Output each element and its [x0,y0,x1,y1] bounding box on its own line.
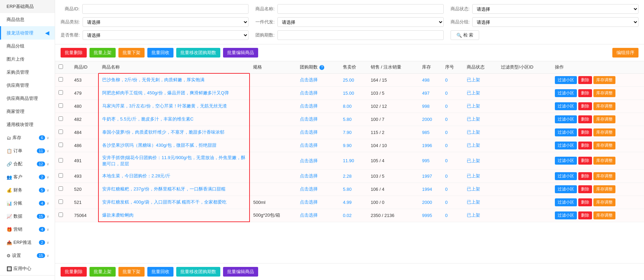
delete-button[interactable]: 删除 [578,89,592,97]
product-name-cell[interactable]: 安井红糖发糕，400g/袋，入口甜而不腻 糯而不干，全家都爱吃 [98,196,250,209]
group-buy-cell[interactable]: 点击选择 [296,183,340,196]
bottom-batch-move-button[interactable]: 批量移改团购期数 [176,267,220,277]
row-checkbox[interactable] [59,129,63,134]
delete-button[interactable]: 删除 [578,142,592,149]
row-checkbox[interactable] [59,77,63,82]
select-all-checkbox[interactable] [59,64,63,69]
batch-edit-button[interactable]: 批量编辑商品 [223,48,258,58]
sale-select[interactable]: 请选择 [83,30,249,40]
inventory-adjust-button[interactable]: 库存调整 [593,115,615,123]
product-name-input[interactable] [277,4,444,14]
sidebar-item-app-center[interactable]: 🔲 应用中心 [0,262,55,275]
product-name-cell[interactable]: 各沙坚果沙琪玛（黑糖味）430g/包，微甜不腻，拒绝甜甜 [98,139,250,152]
delete-button[interactable]: 删除 [578,128,592,136]
sidebar-item-settings[interactable]: ⚙ 设置 15 ∨ [0,249,55,262]
sidebar-item-erp-push[interactable]: 📤 ERP推送 2 ∨ [0,236,55,249]
group-buy-cell[interactable]: 点击选择 [296,169,340,183]
filter-district-button[interactable]: 过滤小区 [555,172,577,180]
sidebar-item-finance[interactable]: 💰 财务 5 ∨ [0,184,55,197]
product-group-select[interactable]: 请选择 [472,17,638,27]
row-checkbox[interactable] [59,173,63,178]
filter-district-button[interactable]: 过滤小区 [555,76,577,84]
sidebar-item-split-account[interactable]: 📊 分账 4 ∨ [0,197,55,210]
group-buy-cell[interactable]: 点击选择 [296,100,340,113]
edit-group-button[interactable]: 编组排序 [612,48,638,58]
inventory-adjust-button[interactable]: 库存调整 [593,142,615,149]
delete-button[interactable]: 删除 [578,76,592,84]
sidebar-item-merchant-mgr[interactable]: 商家管理 [0,105,55,118]
inventory-adjust-button[interactable]: 库存调整 [593,102,615,110]
sidebar-item-jielong[interactable]: 接龙活动管理 ◀ [0,26,55,40]
filter-district-button[interactable]: 过滤小区 [555,102,577,110]
sidebar-item-match[interactable]: 🔗 合配 12 ∨ [0,157,55,170]
filter-district-button[interactable]: 过滤小区 [555,185,577,193]
filter-district-button[interactable]: 过滤小区 [555,157,577,165]
delete-button[interactable]: 删除 [578,157,592,165]
filter-district-button[interactable]: 过滤小区 [555,142,577,149]
inventory-adjust-button[interactable]: 库存调整 [593,157,615,165]
sidebar-item-product-group[interactable]: 商品分组 [0,40,55,53]
row-checkbox[interactable] [59,199,63,204]
group-buy-cell[interactable]: 点击选择 [296,139,340,152]
sidebar-item-data[interactable]: 📈 数据 15 ∨ [0,210,55,223]
batch-recover-button[interactable]: 批量回收 [147,48,173,58]
sidebar-item-marketing[interactable]: 🎁 营销 4 ∨ [0,223,55,236]
group-buy-cell[interactable]: 点击选择 [296,152,340,169]
delete-button[interactable]: 删除 [578,185,592,193]
batch-delete-button[interactable]: 批量删除 [61,48,87,58]
inventory-adjust-button[interactable]: 库存调整 [593,89,615,97]
group-buy-cell[interactable]: 点击选择 [296,126,340,139]
sidebar-item-inventory[interactable]: 🗂 库存 6 ∨ [0,131,55,144]
dropship-select[interactable]: 请选择 [277,17,444,27]
delete-button[interactable]: 删除 [578,115,592,123]
bottom-batch-up-button[interactable]: 批量上架 [89,267,116,277]
inventory-adjust-button[interactable]: 库存调整 [593,185,615,193]
bottom-batch-delete-button[interactable]: 批量删除 [61,267,87,277]
bottom-batch-recover-button[interactable]: 批量回收 [147,267,173,277]
bottom-batch-down-button[interactable]: 批量下架 [118,267,145,277]
filter-district-button[interactable]: 过滤小区 [555,89,577,97]
sidebar-item-order[interactable]: 📋 订单 11 ∨ [0,144,55,157]
row-checkbox[interactable] [59,158,63,163]
batch-down-button[interactable]: 批量下架 [118,48,145,58]
delete-button[interactable]: 删除 [578,102,592,110]
sidebar-collapse-btn[interactable]: « [0,275,55,280]
filter-district-button[interactable]: 过滤小区 [555,211,577,219]
filter-district-button[interactable]: 过滤小区 [555,115,577,123]
product-name-cell[interactable]: 牛奶枣，5.5元/斤，脆皮多汁，丰富的维生素C [98,113,250,126]
row-checkbox[interactable] [59,116,63,121]
row-checkbox[interactable] [59,90,63,95]
group-buy-help-icon[interactable]: ? [319,65,324,70]
sidebar-item-erp-product[interactable]: ERP基础商品 [0,0,55,13]
product-id-input[interactable] [82,4,249,14]
product-name-cell[interactable]: 阿肥忠鲜肉手工馄饨，450g/份，爆品开团，爽滑鲜嫩多汁又Q弹 [98,86,250,100]
filter-district-button[interactable]: 过滤小区 [555,198,577,206]
product-name-cell[interactable]: 巴沙鱼柳，2斤/份，无骨无刺，肉质鲜嫩，厚实饱满 [98,73,250,86]
inventory-adjust-button[interactable]: 库存调整 [593,76,615,84]
product-status-select[interactable]: 请选择 已上架 已下架 [472,4,638,14]
delete-button[interactable]: 删除 [578,211,592,219]
sidebar-item-purchase-mgr[interactable]: 采购员管理 [0,66,55,79]
group-buy-cell[interactable]: 点击选择 [296,86,340,100]
product-name-cell[interactable]: 安井红糖糍粑，237g/份，外酥里糯不粘牙，一口酥香满口甜糯 [98,183,250,196]
delete-button[interactable]: 删除 [578,172,592,180]
delete-button[interactable]: 删除 [578,198,592,206]
inventory-adjust-button[interactable]: 库存调整 [593,128,615,136]
batch-up-button[interactable]: 批量上架 [89,48,116,58]
inventory-adjust-button[interactable]: 库存调整 [593,172,615,180]
row-checkbox[interactable] [59,186,63,191]
bottom-batch-edit-button[interactable]: 批量编辑商品 [223,267,258,277]
inventory-adjust-button[interactable]: 库存调整 [593,211,615,219]
sidebar-item-customer[interactable]: 👥 客户 2 ∨ [0,170,55,184]
group-buy-cell[interactable]: 点击选择 [296,73,340,86]
product-name-cell[interactable]: 本地生菜，今日团购价：2.28元/斤 [98,169,250,183]
search-button[interactable]: 🔍 检 索 [451,30,479,40]
product-type-select[interactable]: 请选择 [83,17,249,27]
sidebar-item-supplier-mgr[interactable]: 供应商管理 [0,79,55,92]
product-name-cell[interactable]: 泰国小菠萝/份，肉质柔软纤维少，不塞牙，脆甜多汁香味浓郁 [98,126,250,139]
sidebar-item-product-info[interactable]: 商品信息 [0,13,55,26]
group-buy-cell[interactable]: 点击选择 [296,209,340,222]
row-checkbox[interactable] [59,212,63,217]
sidebar-item-image-upload[interactable]: 图片上传 [0,53,55,66]
group-buy-input[interactable] [277,30,444,40]
